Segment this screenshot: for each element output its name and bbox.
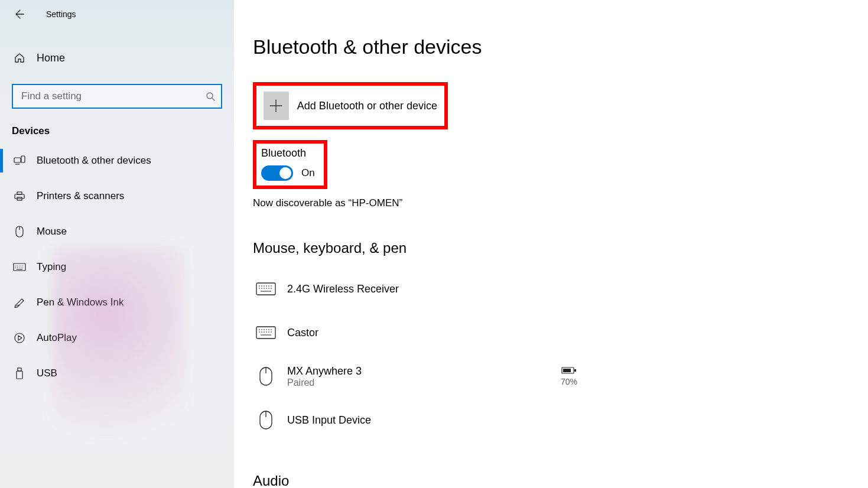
device-battery: 70% <box>554 366 584 386</box>
device-row[interactable]: 2.4G Wireless Receiver <box>253 267 584 311</box>
svg-rect-1 <box>14 158 21 162</box>
pen-icon <box>13 297 26 308</box>
discoverable-text: Now discoverable as “HP-OMEN” <box>253 197 844 209</box>
mouse-icon <box>13 226 26 238</box>
svg-rect-15 <box>563 369 571 372</box>
bluetooth-label: Bluetooth <box>261 147 318 160</box>
keyboard-icon <box>254 282 278 295</box>
sidebar-item-label: Mouse <box>37 226 67 238</box>
device-name: USB Input Device <box>287 414 584 427</box>
sidebar-item-usb[interactable]: USB <box>0 356 234 391</box>
window-title: Settings <box>46 9 76 19</box>
svg-rect-4 <box>17 192 22 194</box>
bluetooth-toggle-block: Bluetooth On <box>253 140 327 189</box>
device-name: 2.4G Wireless Receiver <box>287 283 584 295</box>
battery-icon <box>561 366 577 375</box>
sidebar-item-printers[interactable]: Printers & scanners <box>0 178 234 214</box>
devices-icon <box>13 155 26 166</box>
search-input[interactable] <box>12 84 222 109</box>
device-name: MX Anywhere 3 <box>287 365 554 378</box>
usb-icon <box>13 367 26 379</box>
keyboard-icon <box>254 326 278 339</box>
sidebar-item-bluetooth[interactable]: Bluetooth & other devices <box>0 143 234 178</box>
autoplay-icon <box>13 332 26 344</box>
add-device-label: Add Bluetooth or other device <box>297 100 437 112</box>
sidebar-item-pen[interactable]: Pen & Windows Ink <box>0 285 234 320</box>
svg-rect-16 <box>574 369 576 372</box>
sidebar-section-header: Devices <box>0 115 234 143</box>
sidebar-item-label: Printers & scanners <box>37 190 124 202</box>
sidebar-item-label: Typing <box>37 261 66 273</box>
page-title: Bluetooth & other devices <box>253 35 844 58</box>
svg-rect-10 <box>17 371 22 379</box>
keyboard-icon <box>13 263 26 271</box>
sidebar-item-label: AutoPlay <box>37 332 77 344</box>
sidebar-item-mouse[interactable]: Mouse <box>0 214 234 249</box>
svg-rect-2 <box>21 156 25 162</box>
svg-rect-3 <box>15 194 24 199</box>
mouse-icon <box>254 410 278 430</box>
nav-home[interactable]: Home <box>0 44 234 72</box>
sidebar-item-label: Pen & Windows Ink <box>37 297 123 308</box>
nav-home-label: Home <box>37 52 65 64</box>
sidebar: Settings Home Devices Bluetooth & <box>0 0 234 488</box>
sidebar-item-label: USB <box>37 367 57 379</box>
search-wrap <box>12 84 222 109</box>
device-row[interactable]: USB Input Device <box>253 398 584 442</box>
mouse-icon <box>254 366 278 386</box>
sidebar-item-autoplay[interactable]: AutoPlay <box>0 320 234 356</box>
titlebar: Settings <box>0 0 234 28</box>
bluetooth-state: On <box>301 167 315 179</box>
device-row[interactable]: MX Anywhere 3 Paired 70% <box>253 354 584 398</box>
home-icon <box>13 52 26 64</box>
svg-rect-11 <box>256 283 275 295</box>
svg-rect-9 <box>18 368 21 371</box>
printer-icon <box>13 191 26 201</box>
bluetooth-toggle[interactable] <box>261 165 293 181</box>
svg-point-8 <box>15 333 24 343</box>
device-row[interactable]: Castor <box>253 311 584 354</box>
add-device-button[interactable]: Add Bluetooth or other device <box>253 82 448 129</box>
battery-percent: 70% <box>561 377 577 386</box>
svg-point-0 <box>207 93 213 99</box>
section-title-audio: Audio <box>253 473 844 488</box>
search-icon <box>206 92 215 101</box>
sidebar-item-label: Bluetooth & other devices <box>37 155 151 167</box>
main-content: Bluetooth & other devices Add Bluetooth … <box>234 0 868 488</box>
section-title-mkp: Mouse, keyboard, & pen <box>253 240 844 256</box>
device-name: Castor <box>287 327 584 339</box>
sidebar-item-typing[interactable]: Typing <box>0 249 234 285</box>
plus-icon <box>264 92 289 120</box>
svg-rect-12 <box>256 327 275 339</box>
back-button[interactable] <box>12 7 26 21</box>
device-status: Paired <box>287 378 554 388</box>
